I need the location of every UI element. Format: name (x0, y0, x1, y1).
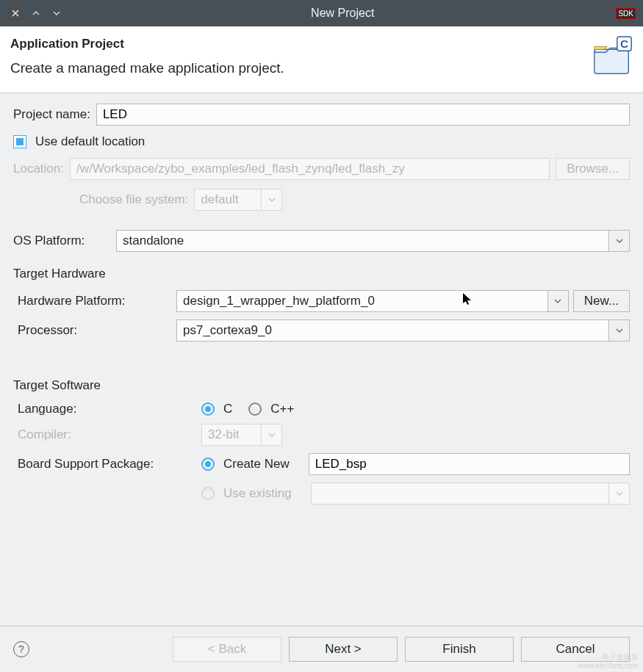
chevron-down-icon (52, 9, 61, 18)
back-button: < Back (173, 637, 281, 662)
use-default-location-label: Use default location (35, 134, 145, 149)
window-down-button[interactable] (49, 5, 65, 21)
header-heading: Application Project (10, 37, 628, 51)
language-c-radio[interactable] (201, 402, 215, 416)
use-default-location-checkbox[interactable] (13, 135, 26, 148)
bsp-existing-value (311, 483, 609, 505)
chevron-down-icon (262, 189, 282, 211)
chevron-down-icon[interactable] (548, 290, 569, 312)
header-description: Create a managed make application projec… (10, 60, 628, 76)
language-cpp-label: C++ (270, 402, 294, 416)
chevron-up-icon (32, 9, 40, 18)
svg-text:C: C (620, 37, 628, 50)
window-title: New Project (69, 7, 616, 20)
processor-label: Processor: (18, 323, 172, 338)
sdk-badge: SDK (616, 8, 636, 19)
bsp-use-existing-radio (201, 487, 215, 500)
question-mark-icon: ? (18, 643, 24, 655)
target-hardware-title: Target Hardware (13, 267, 630, 281)
bsp-use-existing-label: Use existing (223, 486, 292, 501)
svg-rect-0 (594, 49, 628, 73)
target-software-title: Target Software (13, 378, 630, 393)
browse-button: Browse... (556, 158, 630, 180)
header-icon: C (592, 35, 634, 81)
chevron-down-icon[interactable] (609, 319, 630, 342)
os-platform-combo[interactable]: standalone (116, 230, 630, 252)
bsp-existing-combo (311, 483, 630, 505)
language-cpp-radio[interactable] (248, 402, 262, 416)
project-name-label: Project name: (13, 107, 90, 122)
bsp-name-input[interactable] (309, 453, 630, 475)
language-c-label: C (223, 402, 232, 416)
compiler-value: 32-bit (201, 424, 262, 446)
os-platform-value: standalone (116, 230, 609, 252)
cancel-button[interactable]: Cancel (521, 637, 630, 662)
choose-fs-combo: default (194, 189, 282, 211)
location-label: Location: (13, 162, 64, 176)
hw-platform-combo[interactable]: design_1_wrapper_hw_platform_0 (176, 290, 569, 312)
wizard-header: Application Project Create a managed mak… (0, 26, 643, 93)
choose-fs-value: default (194, 189, 262, 211)
c-project-icon: C (592, 35, 634, 78)
hw-platform-value: design_1_wrapper_hw_platform_0 (176, 290, 548, 312)
language-label: Language: (18, 402, 201, 416)
chevron-down-icon (262, 424, 282, 446)
compiler-combo: 32-bit (201, 424, 282, 446)
project-name-input[interactable] (96, 104, 630, 126)
close-icon (11, 9, 20, 18)
processor-value: ps7_cortexa9_0 (176, 319, 609, 342)
hw-platform-label: Hardware Platform: (18, 294, 172, 308)
compiler-label: Compiler: (18, 427, 201, 442)
help-button[interactable]: ? (13, 641, 29, 657)
choose-fs-label: Choose file system: (79, 192, 188, 207)
os-platform-label: OS Platform: (13, 234, 110, 248)
chevron-down-icon[interactable] (609, 230, 630, 252)
location-input: /w/Workspace/zybo_examples/led_flash_zyn… (70, 158, 550, 180)
wizard-body: Project name: Use default location Locat… (0, 93, 643, 626)
bsp-create-new-label: Create New (223, 457, 290, 472)
new-hw-button[interactable]: New... (573, 290, 630, 312)
chevron-down-icon (609, 483, 630, 505)
processor-combo[interactable]: ps7_cortexa9_0 (176, 319, 630, 342)
finish-button[interactable]: Finish (405, 637, 514, 662)
bsp-label: Board Support Package: (18, 457, 201, 472)
wizard-footer: ? < Back Next > Finish Cancel 电子发烧友www.e… (0, 626, 643, 672)
window-up-button[interactable] (28, 5, 44, 21)
window-close-button[interactable] (7, 5, 24, 21)
next-button[interactable]: Next > (289, 637, 398, 662)
bsp-create-new-radio[interactable] (201, 458, 215, 471)
titlebar: New Project SDK (0, 0, 643, 26)
